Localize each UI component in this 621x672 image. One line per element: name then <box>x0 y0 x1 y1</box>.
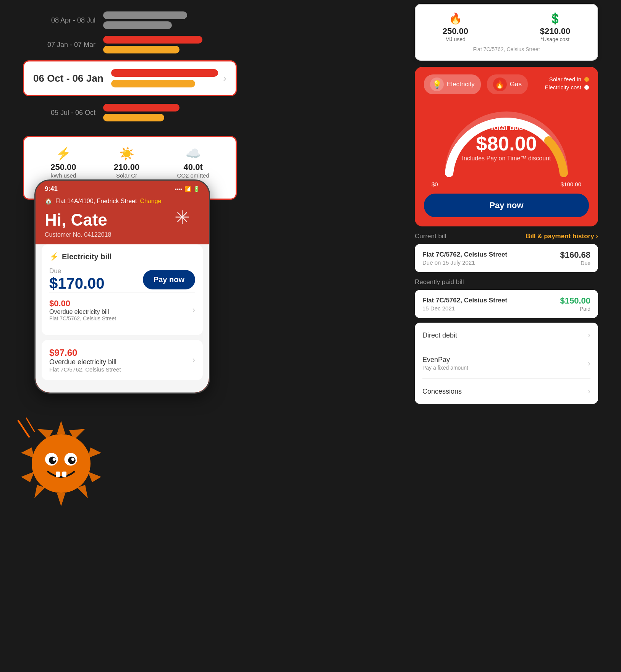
tab-gas[interactable]: 🔥 Gas <box>487 74 528 94</box>
chart-label-2: 07 Jan - 07 Mar <box>23 41 103 49</box>
cost-label: *Usage cost <box>540 36 571 42</box>
stats-row: ⚡ 250.00 kWh used ☀️ 210.00 Solar Cr ☁️ … <box>32 146 228 179</box>
legend-solar: Solar feed in <box>545 76 589 82</box>
address-bar: 🏠 Flat 14A/4100, Fredrick Street Change … <box>45 197 200 205</box>
overdue-inline-info: $0.00 Overdue electricity bill Flat 7C/5… <box>49 299 116 321</box>
payment-concessions[interactable]: Concessions › <box>422 379 590 404</box>
period-label: 06 Oct - 06 Jan <box>33 73 104 84</box>
gas-tab-label: Gas <box>510 81 522 88</box>
overdue-card[interactable]: $97.60 Overdue electricity bill Flat 7C/… <box>42 340 203 380</box>
direct-debit-chevron: › <box>588 330 590 340</box>
current-bill-status: Due <box>560 260 590 266</box>
overdue-inline-text: Overdue electricity bill <box>49 309 116 315</box>
chart-bars-1 <box>103 11 187 29</box>
bill-amount-section: Due $170.00 <box>49 267 105 292</box>
stat-kwh: ⚡ 250.00 kWh used <box>50 146 76 179</box>
usage-mj: 🔥 250.00 MJ used <box>443 12 468 42</box>
bill-title: Electricity bill <box>62 252 112 261</box>
mj-label: MJ used <box>443 36 468 42</box>
burst-decoration: ✳ <box>175 207 190 228</box>
recent-bill-status: Paid <box>560 306 590 312</box>
current-bill-info: Flat 7C/5762, Celsius Street Due on 15 J… <box>422 251 507 266</box>
gauge-labels: $0 $100.00 <box>424 181 589 187</box>
cost-value: $210.00 <box>540 26 571 36</box>
tab-electricity[interactable]: 💡 Electricity <box>424 74 481 94</box>
svg-marker-8 <box>21 447 34 458</box>
chart-bars-4 <box>103 104 180 121</box>
solar-label: Solar Cr <box>114 172 139 179</box>
legend-solar-label: Solar feed in <box>549 76 581 82</box>
usage-summary-row: 🔥 250.00 MJ used 💲 $210.00 *Usage cost <box>425 12 588 42</box>
sun-icon: ☀️ <box>114 146 139 161</box>
wifi-icon: 📶 <box>184 186 191 192</box>
payment-evenpay[interactable]: EvenPay Pay a fixed amount › <box>422 348 590 379</box>
battery-icon: 🔋 <box>193 186 200 192</box>
usage-address: Flat 7C/5762, Celsius Street <box>425 46 588 52</box>
svg-point-16 <box>71 458 74 461</box>
bill-history-link[interactable]: Bill & payment history › <box>526 233 598 240</box>
change-link[interactable]: Change <box>140 198 161 205</box>
pay-now-large-button[interactable]: Pay now <box>424 194 589 217</box>
concessions-title: Concessions <box>422 388 462 396</box>
chart-bars-2 <box>103 36 202 53</box>
home-icon: 🏠 <box>45 197 52 205</box>
period-card[interactable]: 06 Oct - 06 Jan › <box>23 60 237 96</box>
overdue-card-info: $97.60 Overdue electricity bill Flat 7C/… <box>49 347 121 373</box>
concessions-info: Concessions <box>422 388 462 396</box>
bill-main: Due $170.00 Pay now <box>49 267 195 292</box>
chart-row-4[interactable]: 05 Jul - 06 Oct <box>23 104 237 121</box>
overdue-inline-item[interactable]: $0.00 Overdue electricity bill Flat 7C/5… <box>49 292 195 328</box>
phone-pay-now-button[interactable]: Pay now <box>143 270 195 289</box>
bar-red-2 <box>103 104 180 111</box>
overdue-inline-address: Flat 7C/5762, Celsius Street <box>49 315 116 321</box>
evenpay-title: EvenPay <box>422 356 468 364</box>
bill-due-label: Due <box>49 267 105 275</box>
kwh-value: 250.00 <box>50 162 76 172</box>
svg-rect-17 <box>56 472 60 477</box>
evenpay-info: EvenPay Pay a fixed amount <box>422 356 468 371</box>
gas-tab-icon: 🔥 <box>493 78 507 91</box>
recently-paid-label: Recently paid bill <box>415 278 464 286</box>
overdue-card-address: Flat 7C/5762, Celsius Street <box>49 366 121 373</box>
phone-header: 🏠 Flat 14A/4100, Fredrick Street Change … <box>36 194 209 244</box>
period-bar-yellow <box>111 80 195 87</box>
phone-address: Flat 14A/4100, Fredrick Street <box>55 198 137 205</box>
usage-divider <box>504 16 504 39</box>
gauge-legend: Solar feed in Electricity cost <box>545 76 589 92</box>
overdue-inline-chevron: › <box>192 305 195 315</box>
concessions-chevron: › <box>588 386 590 396</box>
current-bill-date: Due on 15 July 2021 <box>422 259 507 266</box>
direct-debit-info: Direct debit <box>422 331 457 339</box>
chart-row-2[interactable]: 07 Jan - 07 Mar <box>23 36 237 53</box>
phone-time: 9:41 <box>45 185 58 193</box>
recent-bill-info: Flat 7C/5762, Celsius Street 15 Dec 2021 <box>422 297 507 312</box>
legend-electricity-label: Electricity cost <box>545 84 581 90</box>
right-panel: 🔥 250.00 MJ used 💲 $210.00 *Usage cost F… <box>415 4 598 409</box>
chart-label-4: 05 Jul - 06 Oct <box>23 109 103 117</box>
overdue-card-amount: $97.60 <box>49 347 121 358</box>
status-icons: ▪▪▪▪ 📶 🔋 <box>175 186 200 192</box>
svg-marker-3 <box>88 472 101 482</box>
chart-row-1[interactable]: 08 Apr - 08 Jul <box>23 11 237 29</box>
svg-marker-2 <box>88 447 101 458</box>
electricity-tab-label: Electricity <box>447 81 475 88</box>
svg-marker-5 <box>57 493 65 506</box>
svg-marker-0 <box>57 421 65 434</box>
gauge-max-label: $100.00 <box>561 181 581 187</box>
left-panel: 08 Apr - 08 Jul 07 Jan - 07 Mar 06 Oct -… <box>23 8 237 206</box>
electricity-tab-icon: 💡 <box>430 78 444 91</box>
solar-value: 210.00 <box>114 162 139 172</box>
usage-summary-card: 🔥 250.00 MJ used 💲 $210.00 *Usage cost F… <box>415 4 598 61</box>
bill-card-title: ⚡ Electricity bill <box>49 252 195 261</box>
usage-cost: 💲 $210.00 *Usage cost <box>540 12 571 42</box>
payment-direct-debit[interactable]: Direct debit › <box>422 323 590 348</box>
svg-line-19 <box>18 421 29 437</box>
mascot <box>8 405 115 512</box>
bill-amount: $170.00 <box>49 275 105 292</box>
svg-point-15 <box>53 458 56 461</box>
dollar-icon: 💲 <box>540 12 571 25</box>
kwh-label: kWh used <box>50 172 76 179</box>
phone-body: ⚡ Electricity bill Due $170.00 Pay now $… <box>36 244 209 393</box>
evenpay-subtitle: Pay a fixed amount <box>422 365 468 371</box>
recent-bill-amount: $150.00 <box>560 296 590 306</box>
